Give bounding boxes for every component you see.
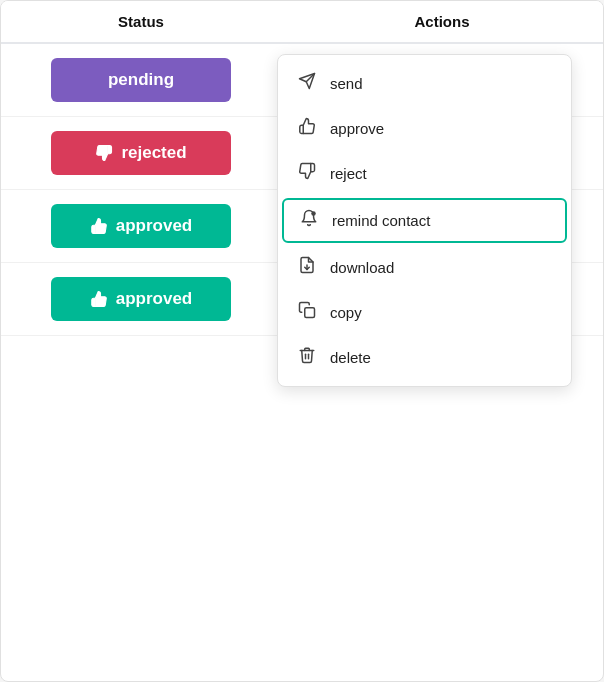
status-cell: pending — [1, 58, 281, 102]
thumbs-up-icon — [90, 217, 108, 235]
approved-label-2: approved — [116, 289, 193, 309]
approve-label: approve — [330, 120, 384, 137]
status-cell: approved — [1, 277, 281, 321]
status-badge-approved-2: approved — [51, 277, 231, 321]
actions-column-header: Actions — [281, 13, 603, 30]
reject-icon — [296, 162, 318, 185]
approved-label-1: approved — [116, 216, 193, 236]
send-icon — [296, 72, 318, 95]
dropdown-item-approve[interactable]: approve — [278, 106, 571, 151]
dropdown-item-delete[interactable]: delete — [278, 335, 571, 380]
copy-label: copy — [330, 304, 362, 321]
reject-label: reject — [330, 165, 367, 182]
status-badge-pending: pending — [51, 58, 231, 102]
dropdown-item-send[interactable]: send — [278, 61, 571, 106]
thumbs-down-icon — [95, 144, 113, 162]
trash-icon — [296, 346, 318, 369]
send-label: send — [330, 75, 363, 92]
main-container: Status Actions pending — [0, 0, 604, 682]
dropdown-item-remind-contact[interactable]: remind contact — [282, 198, 567, 243]
svg-rect-8 — [305, 308, 315, 318]
table-body: pending — [1, 44, 603, 681]
status-cell: approved — [1, 204, 281, 248]
bell-icon — [298, 209, 320, 232]
status-badge-rejected: rejected — [51, 131, 231, 175]
status-column-header: Status — [1, 13, 281, 30]
approve-icon — [296, 117, 318, 140]
delete-label: delete — [330, 349, 371, 366]
dropdown-item-download[interactable]: download — [278, 245, 571, 290]
rejected-label: rejected — [121, 143, 186, 163]
svg-point-6 — [311, 211, 316, 216]
dropdown-item-reject[interactable]: reject — [278, 151, 571, 196]
pending-label: pending — [108, 70, 174, 90]
status-badge-approved-1: approved — [51, 204, 231, 248]
dropdown-menu: send approve — [277, 54, 572, 387]
download-icon — [296, 256, 318, 279]
dropdown-item-copy[interactable]: copy — [278, 290, 571, 335]
thumbs-up-icon — [90, 290, 108, 308]
copy-icon — [296, 301, 318, 324]
remind-contact-label: remind contact — [332, 212, 430, 229]
table-header: Status Actions — [1, 1, 603, 44]
download-label: download — [330, 259, 394, 276]
status-cell: rejected — [1, 131, 281, 175]
